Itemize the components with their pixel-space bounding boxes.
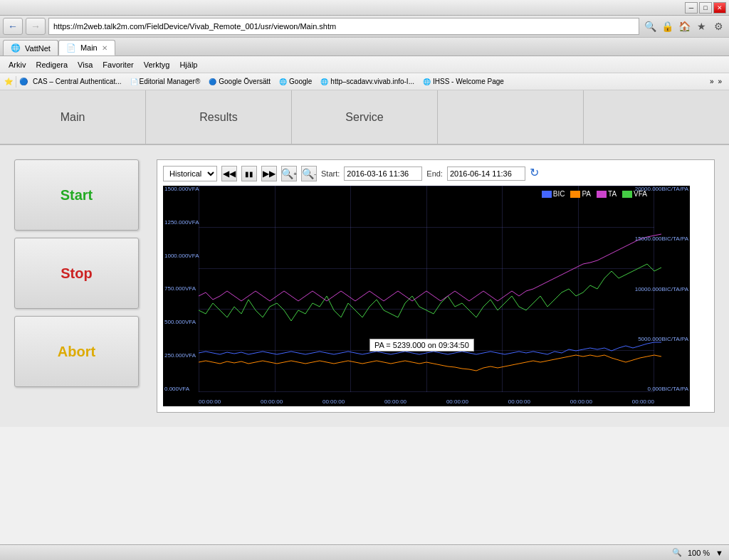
ta-line [199,234,661,301]
back-button[interactable]: ← [3,18,23,35]
menu-arkiv[interactable]: Arkiv [4,59,30,70]
x-0: 00:00:00 [199,398,221,405]
x-3: 00:00:00 [384,398,407,405]
y-left-3: 750.000VFA [164,285,199,292]
y-left-2: 1000.000VFA [164,253,199,259]
fav-google[interactable]: 🌐 Google [276,76,315,87]
vfa-line [199,264,661,321]
legend-bic-label: BIC [553,190,565,198]
chart-back-fast-button[interactable]: ◀◀ [221,166,237,181]
menu-bar: Arkiv Redigera Visa Favoriter Verktyg Hj… [0,56,729,73]
toolbar-more[interactable]: » [715,78,725,85]
close-button[interactable]: ✕ [713,2,726,14]
fav-cas[interactable]: CAS – Central Authenticat... [29,76,125,87]
legend-pa: PA [570,190,591,198]
tab-vattnet-label: VattNet [25,44,51,53]
zoom-level: 100 % [688,549,710,557]
y-left-6: 0.000VFA [164,386,199,392]
tab-main[interactable]: 📄 Main ✕ [58,40,115,56]
nav-tab-main[interactable]: Main [0,90,146,144]
lock-icon: 🔒 [659,19,675,34]
nav-tab-service[interactable]: Service [292,90,438,144]
search-icon[interactable]: 🔍 [642,19,658,34]
page-content: Main Results Service Start Stop Abort Hi [0,90,729,427]
y-left-5: 250.000VFA [164,352,199,359]
refresh-button[interactable]: ↻ [530,166,545,181]
x-7: 00:00:00 [632,398,654,405]
tab-vattnet-icon: 🌐 [11,43,21,53]
maximize-button[interactable]: □ [699,2,712,14]
tab-main-close[interactable]: ✕ [102,44,107,52]
forward-button[interactable]: → [26,18,46,35]
x-4: 00:00:00 [446,398,468,405]
y-left-0: 1500.000VFA [164,186,199,192]
fav-ihss[interactable]: 🌐 IHSS - Welcome Page [419,76,508,87]
fav-google-translate[interactable]: 🔵 Google Översätt [205,76,274,87]
fav-editorial[interactable]: 📄 Editorial Manager® [127,76,204,87]
star-icon[interactable]: ★ [693,19,709,34]
content-area: Start Stop Abort Historical Live ◀◀ ▮▮ ▶… [0,145,729,427]
chart-pause-button[interactable]: ▮▮ [241,166,257,181]
x-5: 00:00:00 [508,398,530,405]
status-bar: 🔍 100 % ▼ [0,544,729,560]
y-right-3: 5000.000BIC/TA/PA [635,336,688,342]
menu-verktyg[interactable]: Verktyg [140,59,174,70]
tabs-bar: 🌐 VattNet 📄 Main ✕ [0,38,729,56]
zoom-down-icon[interactable]: ▼ [715,549,723,557]
y-right-2: 10000.000BIC/TA/PA [635,286,688,292]
chart-tooltip: PA = 5239.000 on 09:34:50 [369,339,474,352]
y-left-4: 500.000VFA [164,319,199,325]
stop-button[interactable]: Stop [14,238,139,309]
menu-redigera[interactable]: Redigera [31,59,72,70]
chart-end-input[interactable] [447,167,525,181]
chart-toolbar: Historical Live ◀◀ ▮▮ ▶▶ 🔍+ 🔍- Start: En… [163,166,708,181]
abort-button[interactable]: Abort [14,316,139,387]
home-icon[interactable]: 🏠 [676,19,692,34]
tab-main-label: Main [80,43,98,52]
legend-bic-color [542,191,552,198]
address-bar[interactable] [48,18,639,35]
chart-start-input[interactable] [344,167,422,181]
settings-icon[interactable]: ⚙ [710,19,726,34]
chart-legend: BIC PA TA VFA [542,190,647,198]
x-6: 00:00:00 [570,398,592,405]
y-left-1: 1250.000VFA [164,219,199,226]
menu-hjalp[interactable]: Hjälp [175,59,201,70]
start-label: Start: [321,169,340,178]
legend-ta: TA [597,190,617,198]
chart-zoom-out-button[interactable]: 🔍- [301,166,317,181]
legend-pa-label: PA [582,190,591,198]
main-nav-tabs: Main Results Service [0,90,729,145]
nav-tab-results[interactable]: Results [146,90,292,144]
y-right-4: 0.000BIC/TA/PA [635,386,688,392]
x-2: 00:00:00 [322,398,345,405]
browser-toolbar: ← → 🔍 🔒 🏠 ★ ⚙ [0,16,729,38]
sidebar-buttons: Start Stop Abort [14,159,142,413]
legend-bic: BIC [542,190,565,198]
menu-favoriter[interactable]: Favoriter [98,59,137,70]
browser-logo: 🔵 [19,78,28,85]
legend-ta-label: TA [608,190,617,198]
legend-vfa-color [622,191,632,198]
start-button[interactable]: Start [14,159,139,231]
end-label: End: [426,169,443,178]
nav-tab-4[interactable] [438,90,584,144]
y-axis-right: 20000.000BIC/TA/PA 15000.000BIC/TA/PA 10… [635,186,688,392]
menu-visa[interactable]: Visa [73,59,97,70]
tab-vattnet[interactable]: 🌐 VattNet [3,40,58,56]
nav-tab-5[interactable] [584,90,729,144]
chart-canvas: BIC PA TA VFA [163,186,690,406]
chart-forward-fast-button[interactable]: ▶▶ [261,166,277,181]
fav-scadavv[interactable]: 🌐 http–scadavv.vivab.info-I... [317,76,418,87]
favorites-more[interactable]: » [710,78,714,85]
legend-ta-color [597,191,607,198]
chart-mode-select[interactable]: Historical Live [163,166,217,181]
tab-main-icon: 📄 [66,43,76,53]
chart-zoom-in-button[interactable]: 🔍+ [281,166,297,181]
minimize-button[interactable]: ─ [685,2,698,14]
y-right-0: 20000.000BIC/TA/PA [635,186,688,192]
y-right-1: 15000.000BIC/TA/PA [635,236,688,242]
chart-svg [163,186,690,406]
x-axis: 00:00:00 00:00:00 00:00:00 00:00:00 00:0… [199,398,654,405]
fav-icon: ⭐ [4,78,13,85]
